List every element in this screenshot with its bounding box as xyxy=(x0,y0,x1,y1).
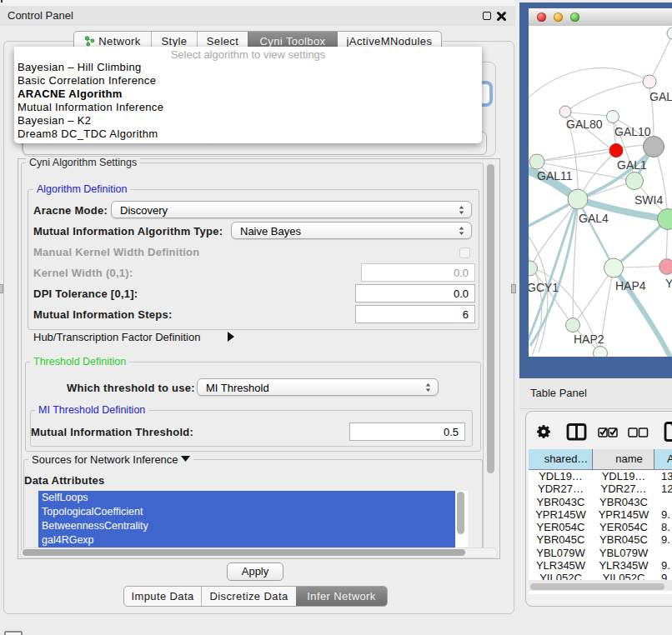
svg-text:GAL10: GAL10 xyxy=(614,125,651,138)
svg-text:HAP4: HAP4 xyxy=(615,279,646,292)
svg-text:GAL80: GAL80 xyxy=(566,118,603,131)
svg-text:SWI4: SWI4 xyxy=(634,193,663,207)
svg-text:GCY1: GCY1 xyxy=(529,281,559,294)
svg-text:GAL4: GAL4 xyxy=(579,212,609,225)
svg-text:HAP2: HAP2 xyxy=(574,332,604,346)
svg-text:GAL11: GAL11 xyxy=(537,169,573,182)
svg-text:GAL2: GAL2 xyxy=(649,90,672,103)
svg-text:YEL: YEL xyxy=(665,277,672,290)
svg-text:GAL1: GAL1 xyxy=(617,158,647,172)
